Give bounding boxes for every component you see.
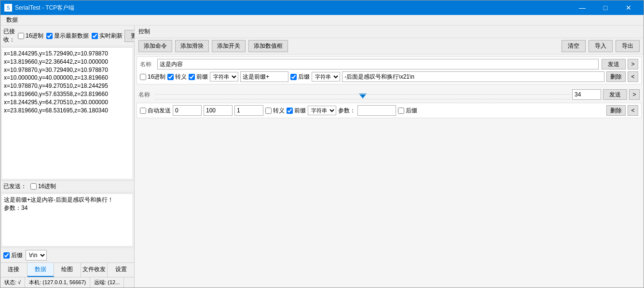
name-input-1[interactable] — [157, 59, 599, 69]
sent-data-area[interactable]: 这是前缀+这是内容-后面是感叹号和换行！ 参数：34 — [1, 193, 133, 247]
cmd2-suffix-label[interactable]: 后缀 — [398, 107, 417, 115]
arrow-right-btn-1[interactable]: > — [628, 59, 638, 69]
arrow-left-btn-1[interactable]: < — [628, 71, 638, 82]
del-btn-2[interactable]: 删除 — [606, 105, 626, 116]
tab-chart[interactable]: 绘图 — [54, 263, 81, 277]
hex-checkbox[interactable] — [18, 33, 24, 39]
row2-actions: 删除 < — [606, 105, 638, 116]
row1-actions: 发送 > — [602, 59, 638, 69]
main-content: 已接收： 16进制 显示最新数据 实时刷新 更新 导出 复制全部 — [0, 26, 644, 288]
name-label-1: 名称 — [140, 60, 154, 69]
sent-hex-label[interactable]: 16进制 — [30, 182, 56, 191]
control-toolbar: 添加命令 添加滑块 添加开关 添加数值框 清空 导入 导出 — [135, 38, 644, 55]
maximize-button[interactable]: □ — [594, 0, 617, 15]
cmd1-suffix-label[interactable]: 后缀 — [290, 73, 310, 81]
show-latest-checkbox[interactable] — [46, 33, 53, 39]
cmd2-prefix-label[interactable]: 前缀 — [287, 107, 306, 115]
sent-header: 已发送： 16进制 — [0, 180, 134, 192]
cmd-row-1-top: 名称 发送 > — [140, 59, 638, 69]
cmd2-interval3[interactable] — [234, 105, 263, 116]
cmd-row-2: 自动发送 转义 前缀 — [137, 103, 642, 118]
cmd2-prefix-type-select[interactable]: 字符串 — [308, 106, 336, 115]
status-remote: 远端: (12... — [90, 277, 124, 288]
received-toolbar: 已接收： 16进制 显示最新数据 实时刷新 更新 导出 复制全部 — [0, 26, 134, 46]
tab-file[interactable]: 文件收发 — [81, 263, 108, 277]
realtime-label[interactable]: 实时刷新 — [92, 32, 123, 40]
menu-data[interactable]: 数据 — [2, 15, 22, 25]
suffix-checkbox-label[interactable]: 后缀 — [3, 251, 23, 260]
add-switch-button[interactable]: 添加开关 — [212, 40, 246, 52]
right-panel: 控制 添加命令 添加滑块 添加开关 添加数值框 清空 导入 导出 — [135, 26, 644, 288]
app-icon: S — [4, 4, 12, 12]
cmd2-suffix-checkbox[interactable] — [398, 108, 404, 114]
slider-area: 名称 发送 > — [137, 86, 642, 103]
cmd1-suffix-checkbox[interactable] — [290, 74, 297, 80]
del-btn-1[interactable]: 删除 — [606, 71, 626, 82]
control-content: 名称 发送 > 16进制 — [135, 55, 644, 288]
add-slider-button[interactable]: 添加滑块 — [175, 40, 209, 52]
cmd1-escape-label[interactable]: 转义 — [167, 73, 187, 81]
cmd1-prefix-input[interactable] — [240, 71, 288, 82]
cmd2-params-label: 参数： — [338, 107, 356, 115]
received-data-text: x=18.244295,y=15.729490,z=10.978870 x=13… — [4, 50, 131, 114]
tab-data[interactable]: 数据 — [27, 263, 55, 277]
control-label: 控制 — [138, 28, 150, 35]
tab-settings[interactable]: 设置 — [108, 263, 134, 277]
arrow-left-btn-2[interactable]: < — [628, 105, 638, 116]
cmd2-interval1[interactable] — [173, 105, 202, 116]
control-import-button[interactable]: 导入 — [589, 40, 613, 52]
suffix-select[interactable]: \r\n — [26, 250, 47, 261]
menu-bar: 数据 — [0, 15, 644, 26]
cmd1-prefix-type-select[interactable]: 字符串 — [210, 72, 238, 82]
sent-data-text: 这是前缀+这是内容-后面是感叹号和换行！ 参数：34 — [4, 196, 131, 212]
cmd2-params-input[interactable] — [357, 105, 396, 116]
cmd1-hex-checkbox[interactable] — [140, 74, 146, 80]
suffix-area: 后缀 \r\n — [0, 247, 134, 262]
cmd1-suffix-input[interactable] — [342, 71, 604, 82]
send-btn-1[interactable]: 发送 — [602, 59, 626, 69]
cmd2-interval2[interactable] — [204, 105, 233, 116]
cmd2-escape-checkbox[interactable] — [265, 108, 272, 114]
nav-tabs: 连接 数据 绘图 文件收发 设置 — [0, 262, 134, 277]
cmd1-escape-checkbox[interactable] — [167, 74, 174, 80]
cmd2-autosend-checkbox[interactable] — [140, 108, 146, 114]
arrow-right-btn-2[interactable]: > — [629, 89, 640, 100]
window-controls: — □ ✕ — [571, 0, 640, 15]
control-export-button[interactable]: 导出 — [616, 40, 640, 52]
minimize-button[interactable]: — — [571, 0, 593, 15]
title-bar: S SerialTest - TCP客户端 — □ ✕ — [0, 0, 644, 15]
close-button[interactable]: ✕ — [617, 0, 640, 15]
status-local: 本机: (127.0.0.1, 56667) — [25, 277, 90, 288]
sent-hex-checkbox[interactable] — [30, 183, 37, 190]
cmd1-suffix-type-select[interactable]: 字符串 — [312, 72, 340, 82]
window-title: SerialTest - TCP客户端 — [15, 4, 571, 12]
cmd-row-2-bottom: 自动发送 转义 前缀 — [140, 105, 638, 116]
cmd1-prefix-label[interactable]: 前缀 — [189, 73, 208, 81]
suffix-checkbox[interactable] — [3, 252, 10, 259]
cmd-row-1: 名称 发送 > 16进制 — [137, 56, 642, 84]
add-numbox-button[interactable]: 添加数值框 — [248, 40, 288, 52]
control-header: 控制 — [135, 26, 644, 38]
sent-label: 已发送： — [3, 182, 27, 191]
send-btn-2[interactable]: 发送 — [603, 89, 627, 100]
realtime-checkbox[interactable] — [92, 33, 98, 39]
hex-checkbox-label[interactable]: 16进制 — [18, 32, 43, 40]
received-data-area[interactable]: x=18.244295,y=15.729490,z=10.978870 x=13… — [1, 47, 133, 179]
status-state: 状态: √ — [0, 277, 25, 288]
show-latest-label[interactable]: 显示最新数据 — [46, 32, 89, 40]
cmd1-prefix-checkbox[interactable] — [189, 74, 195, 80]
control-clear-button[interactable]: 清空 — [562, 40, 586, 52]
received-label: 已接收： — [3, 27, 15, 44]
cmd2-prefix-checkbox[interactable] — [287, 108, 293, 114]
main-window: S SerialTest - TCP客户端 — □ ✕ 数据 已接收： 16进制… — [0, 0, 644, 288]
cmd1-hex-label[interactable]: 16进制 — [140, 73, 165, 81]
left-panel: 已接收： 16进制 显示最新数据 实时刷新 更新 导出 复制全部 — [0, 26, 135, 288]
cmd2-escape-label[interactable]: 转义 — [265, 107, 285, 115]
tab-connect[interactable]: 连接 — [0, 263, 27, 277]
status-bar: 状态: √ 本机: (127.0.0.1, 56667) 远端: (12... — [0, 277, 134, 288]
control-right-buttons: 清空 导入 导出 — [562, 40, 640, 52]
add-cmd-button[interactable]: 添加命令 — [138, 40, 172, 52]
slider-value-input[interactable] — [572, 89, 601, 100]
cmd2-autosend-label[interactable]: 自动发送 — [140, 107, 171, 115]
slider-name-label: 名称 — [138, 91, 153, 99]
